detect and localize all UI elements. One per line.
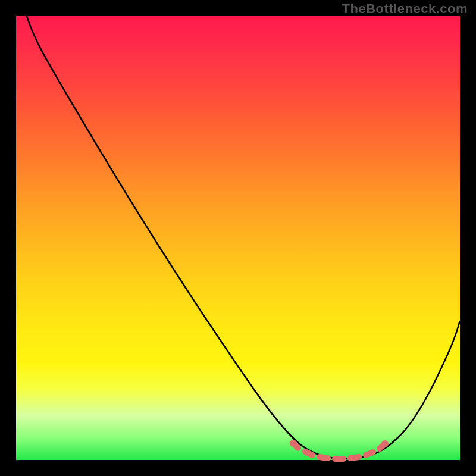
chart-svg [16, 16, 460, 460]
optimal-range-markers [293, 443, 385, 459]
svg-line-5 [366, 452, 373, 455]
bottleneck-curve [27, 16, 460, 459]
plot-area [16, 16, 460, 460]
branding-text: TheBottleneck.com [342, 1, 468, 17]
svg-line-2 [320, 457, 328, 458]
svg-line-1 [305, 452, 312, 455]
marker-dot-right [381, 440, 389, 447]
svg-line-4 [350, 457, 359, 458]
marker-dot-left [290, 440, 297, 447]
chart-frame: TheBottleneck.com [0, 0, 476, 476]
